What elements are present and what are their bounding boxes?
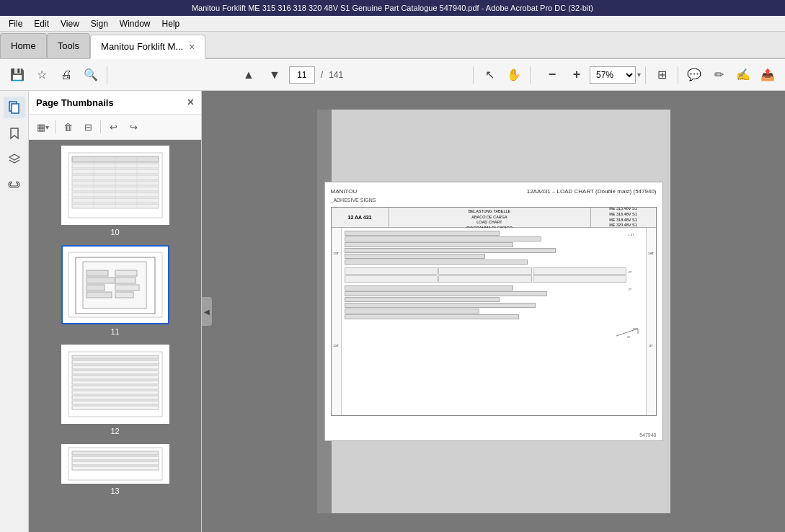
menu-window[interactable]: Window [114, 17, 156, 30]
thumbnail-12[interactable]: 12 [35, 345, 195, 435]
title-bar: Manitou Forklift ME 315 316 318 320 48V … [0, 0, 785, 16]
panel: Page Thumbnails × ▦ ▾ 🗑 ⊟ ↩ ↪ [29, 91, 202, 532]
tab-document[interactable]: Manitou Forklift M... × [90, 35, 205, 59]
attachments-icon [8, 179, 21, 192]
page-content: MANITOU 12AA431 – LOAD CHART (Double mas… [324, 182, 663, 441]
page-sub-header: _ADHESIVE SIGNS [331, 198, 657, 203]
bookmarks-icon [8, 127, 21, 140]
thumb-label-13: 13 [110, 487, 119, 495]
toolbar-sep-1 [107, 66, 107, 84]
hand-icon: ✋ [507, 68, 521, 81]
svg-rect-32 [72, 381, 159, 384]
frame-id: 12 AA 431 [332, 208, 389, 227]
menu-view[interactable]: View [55, 17, 85, 30]
page-header-right: 12AA431 – LOAD CHART (Double mast) (5479… [527, 188, 657, 195]
svg-rect-36 [72, 401, 159, 404]
sidebar-icons [0, 91, 29, 532]
thumb-preview-13 [65, 444, 166, 484]
share-button[interactable]: 📤 [756, 63, 779, 87]
svg-rect-30 [72, 371, 159, 374]
highlight-button[interactable]: ✏ [707, 63, 730, 87]
tab-home-label: Home [11, 40, 36, 51]
svg-rect-19 [87, 278, 115, 283]
panel-delete-button[interactable]: 🗑 [58, 118, 77, 136]
zoom-dropdown-arrow: ▾ [637, 71, 641, 79]
menu-file[interactable]: File [3, 17, 28, 30]
tab-home[interactable]: Home [0, 33, 47, 58]
thumb-preview-10 [65, 149, 166, 221]
tab-close-button[interactable]: × [189, 41, 195, 53]
sign-button[interactable]: ✍ [732, 63, 755, 87]
comment-button[interactable]: 💬 [683, 63, 706, 87]
sign-icon: ✍ [736, 68, 750, 81]
page-number-input[interactable]: 11 [289, 66, 315, 84]
svg-rect-1 [12, 104, 19, 113]
save-button[interactable]: 💾 [6, 63, 29, 87]
page-area: ◀ MANITOU 12AA431 – LOAD CHART (Double m… [202, 91, 785, 532]
tab-tools[interactable]: Tools [47, 33, 90, 58]
zoom-in-icon: + [573, 67, 581, 82]
svg-rect-18 [87, 270, 108, 276]
panel-sep-2 [100, 120, 101, 133]
menu-sign[interactable]: Sign [85, 17, 114, 30]
svg-rect-24 [115, 285, 139, 291]
angle-annotation: 60 [613, 325, 642, 340]
nav-prev-button[interactable]: ▲ [237, 63, 260, 87]
highlight-icon: ✏ [714, 68, 724, 81]
panel-redo-button[interactable]: ↪ [124, 118, 143, 136]
frame-title-center: ABAQUE DE CHARGE (MAT DOUBLE)BELASTUNG T… [389, 208, 591, 227]
panel-layout-button[interactable]: ▦ ▾ [33, 118, 52, 136]
svg-rect-21 [87, 292, 112, 298]
toolbar-sep-3 [530, 66, 531, 84]
bookmark-button[interactable]: ☆ [30, 63, 53, 87]
panel-undo-icon: ↩ [110, 122, 117, 133]
thumbnail-11[interactable]: 11 [35, 245, 195, 336]
thumb-preview-12 [65, 348, 166, 420]
sidebar-icon-attachments[interactable] [4, 174, 25, 196]
print-button[interactable]: 🖨 [55, 63, 78, 87]
svg-text:60: 60 [627, 335, 631, 339]
thumbnail-10[interactable]: 10 [35, 146, 195, 236]
zoom-out-button[interactable]: − [541, 63, 564, 87]
zoom-to-page-button[interactable]: 🔍 [79, 63, 102, 87]
svg-rect-23 [115, 278, 136, 283]
chart-annotation: 60 [345, 324, 643, 341]
page-frame: 12 AA 431 ABAQUE DE CHARGE (MAT DOUBLE)B… [331, 207, 657, 416]
thumb-img-10 [61, 146, 169, 225]
thumbnails-panel: 10 [29, 140, 201, 532]
sidebar-icon-layers[interactable] [4, 148, 25, 170]
svg-rect-29 [72, 365, 159, 369]
thumb-img-11 [61, 245, 169, 324]
sidebar-icon-pages[interactable] [4, 97, 25, 118]
zoom-in-button[interactable]: + [565, 63, 588, 87]
panel-undo-button[interactable]: ↩ [104, 118, 123, 136]
thumbnail-13[interactable]: 13 [35, 444, 195, 495]
save-icon: 💾 [10, 68, 25, 81]
svg-rect-39 [72, 451, 159, 455]
panel-extract-button[interactable]: ⊟ [79, 118, 97, 136]
panel-close-button[interactable]: × [187, 97, 194, 108]
svg-rect-28 [72, 360, 159, 364]
zoom-group: − + 57% 75% 100% 125% 150% ▾ [541, 63, 641, 87]
svg-rect-35 [72, 396, 159, 399]
nav-next-button[interactable]: ▼ [263, 63, 286, 87]
menu-help[interactable]: Help [156, 17, 186, 30]
menu-edit[interactable]: Edit [28, 17, 55, 30]
cursor-tool-button[interactable]: ↖ [478, 63, 501, 87]
svg-rect-31 [72, 376, 159, 379]
sidebar-icon-bookmarks[interactable] [4, 123, 25, 144]
svg-rect-25 [115, 292, 133, 298]
svg-rect-41 [72, 461, 159, 465]
fit-page-button[interactable]: ⊞ [650, 63, 673, 87]
panel-collapse-button[interactable]: ◀ [202, 297, 212, 326]
zoom-out-icon: − [549, 67, 556, 82]
pages-icon [8, 101, 21, 114]
panel-layout-icon: ▦ [37, 122, 45, 133]
title-text: Manitou Forklift ME 315 316 318 320 48V … [6, 4, 779, 12]
chart-left-axis: 1.5T 1.5T [332, 228, 342, 415]
hand-tool-button[interactable]: ✋ [502, 63, 525, 87]
zoom-select[interactable]: 57% 75% 100% 125% 150% [590, 66, 636, 84]
chart-right-labels-3: 2T [629, 285, 643, 319]
svg-rect-22 [115, 270, 137, 276]
collapse-icon: ◀ [204, 308, 210, 316]
